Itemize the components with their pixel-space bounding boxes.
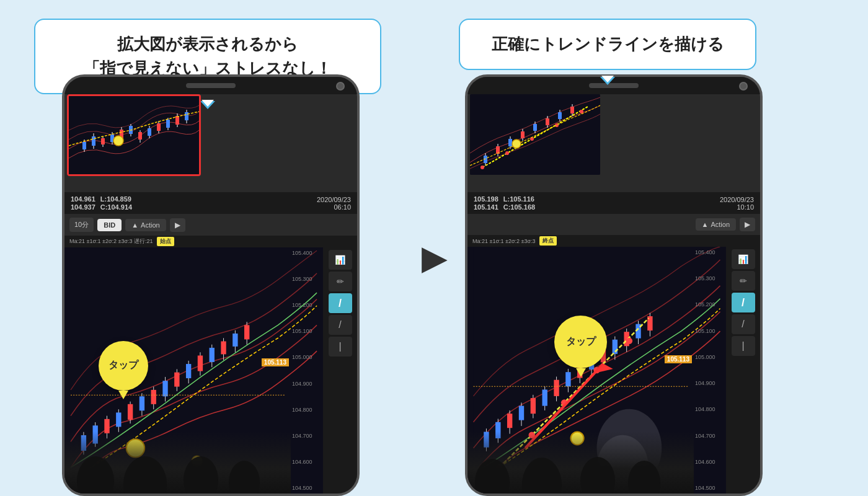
svg-rect-45 [186,364,191,378]
svg-rect-41 [162,381,167,396]
chart-datetime-left: 2020/09/23 06:10 [317,196,351,211]
svg-rect-13 [138,132,142,140]
svg-rect-95 [519,406,524,420]
chart-main-left: 105.113 105.400 105.300 105.200 105.100 … [64,247,323,494]
svg-rect-99 [542,389,547,405]
price-line-2-right: 105.141 C:105.168 [474,203,535,211]
preview-thumbnail-right [470,94,600,175]
bubble-right: 正確にトレンドラインを描ける [459,19,756,70]
svg-rect-3 [92,136,95,146]
svg-rect-85 [570,107,574,113]
preview-thumbnail-left [67,94,201,176]
svg-rect-23 [185,112,188,120]
svg-point-24 [113,136,123,146]
svg-rect-17 [157,123,161,131]
line-tool-icon-right[interactable]: / [732,293,755,312]
line-tool-icon-left[interactable]: / [329,293,352,313]
action-button-right[interactable]: ▲ Action [696,218,736,231]
svg-rect-97 [531,398,536,414]
diagonal-line-icon-left[interactable]: / [329,315,352,335]
svg-point-131 [522,458,562,494]
svg-point-62 [229,461,260,494]
phone-left-section: 104.961 L:104.859 104.937 C:104.914 2020… [62,74,360,496]
diagonal-line-icon-right[interactable]: / [732,314,755,334]
ma-bar-left: Ma:21 ±1σ:1 ±2σ:2 ±3σ:3 遅行:21 始点 [64,236,357,247]
chart-sidebar-right: 📊 ✏ / / | [726,247,760,494]
svg-point-86 [512,140,521,148]
svg-point-130 [475,459,510,494]
svg-rect-19 [166,120,170,128]
price-line-1-left: 104.961 L:104.859 [71,195,132,203]
vertical-line-icon-right[interactable]: | [732,336,755,356]
play-button-right[interactable]: ▶ [740,218,755,231]
chart-prices-left: 104.961 L:104.859 104.937 C:104.914 [71,195,132,211]
preview-chart-svg-right [470,94,600,175]
phone-camera-right [739,82,748,91]
svg-point-60 [123,456,167,494]
chart-datetime-right: 2020/09/23 10:10 [720,196,754,211]
time-selector-left[interactable]: 10分 [69,218,94,232]
svg-rect-1 [82,142,86,149]
action-button-left[interactable]: ▲ Action [125,219,166,231]
vertical-line-icon-left[interactable]: | [329,337,352,356]
svg-rect-33 [116,412,121,427]
phone-notch-left [186,83,236,88]
end-point-label-right: 終点 [539,236,557,246]
price-highlight-left: 105.113 [262,358,289,366]
chart-main-right: 105.113 105.400 105.300 105.200 105.100 … [467,247,726,494]
svg-point-59 [77,456,114,494]
bar-chart-icon-right[interactable]: 📊 [732,249,755,269]
price-scale-left: 105.400 105.300 105.200 105.100 105.000 … [291,247,323,494]
price-highlight-right: 105.113 [665,355,692,363]
svg-rect-53 [232,334,237,347]
svg-rect-15 [148,128,151,136]
bubble-left-text: 拡大図が表示されるから 「指で見えない」ストレスなし！ [53,32,363,81]
svg-rect-83 [558,112,562,119]
chart-header-left: 104.961 L:104.859 104.937 C:104.914 2020… [64,192,357,214]
svg-rect-77 [521,131,525,138]
chart-sidebar-left: 📊 ✏ / / | [323,247,357,494]
drip-blobs-right [467,432,672,494]
svg-rect-55 [244,325,249,339]
ma-bar-right: Ma:21 ±1σ:1 ±2σ:2 ±3σ:3 終点 [467,235,760,247]
svg-rect-37 [140,396,144,410]
svg-point-132 [580,457,615,494]
svg-point-61 [184,456,218,494]
pencil-icon-right[interactable]: ✏ [732,271,755,291]
chart-area-left: 105.113 105.400 105.300 105.200 105.100 … [64,247,357,494]
preview-inner-right [470,94,600,175]
svg-rect-43 [174,373,179,387]
drip-blobs-left [64,432,269,494]
play-button-left[interactable]: ▶ [170,218,185,232]
svg-rect-49 [210,348,215,362]
action-triangle-icon-right: ▲ [702,221,709,228]
price-scale-right: 105.400 105.300 105.200 105.100 105.000 … [694,247,726,494]
preview-chart-svg-left [69,96,199,175]
tap-bubble-right: タップ [554,316,607,368]
svg-rect-47 [198,355,203,371]
action-bar-right: ▲ Action ▶ [467,214,760,235]
svg-rect-101 [554,380,559,396]
phone-notch-bar-left [64,77,357,94]
bubble-right-text: 正確にトレンドラインを描ける [477,32,738,56]
phone-camera-left [336,82,345,91]
bar-chart-icon-left[interactable]: 📊 [329,250,352,270]
phone-right-section: 105.198 L:105.116 105.141 C:105.168 2020… [465,74,763,496]
svg-point-65 [480,166,484,169]
bid-button-left[interactable]: BID [97,219,122,231]
svg-point-68 [555,123,559,127]
svg-rect-111 [613,340,618,354]
phone-left: 104.961 L:104.859 104.937 C:104.914 2020… [62,74,360,496]
svg-point-123 [626,338,632,344]
chart-header-right: 105.198 L:105.116 105.141 C:105.168 2020… [467,192,760,214]
svg-rect-51 [221,341,226,354]
pencil-icon-left[interactable]: ✏ [329,272,352,291]
svg-rect-103 [565,372,570,386]
action-bar-left: 10分 BID ▲ Action ▶ [64,214,357,236]
action-triangle-icon-left: ▲ [131,221,138,229]
phone-right: 105.198 L:105.116 105.141 C:105.168 2020… [465,74,763,496]
svg-rect-39 [151,390,156,404]
tap-bubble-left: タップ [99,341,148,391]
svg-point-66 [505,151,509,155]
svg-rect-75 [508,139,512,146]
